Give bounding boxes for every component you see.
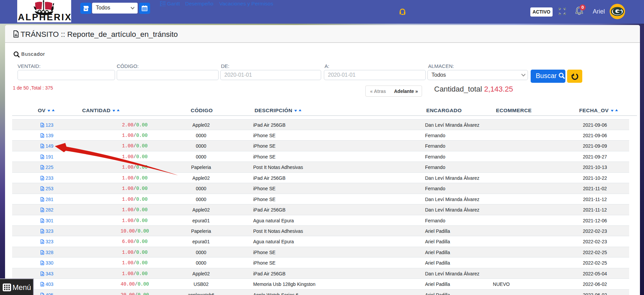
svg-text:G: G [613,7,622,16]
